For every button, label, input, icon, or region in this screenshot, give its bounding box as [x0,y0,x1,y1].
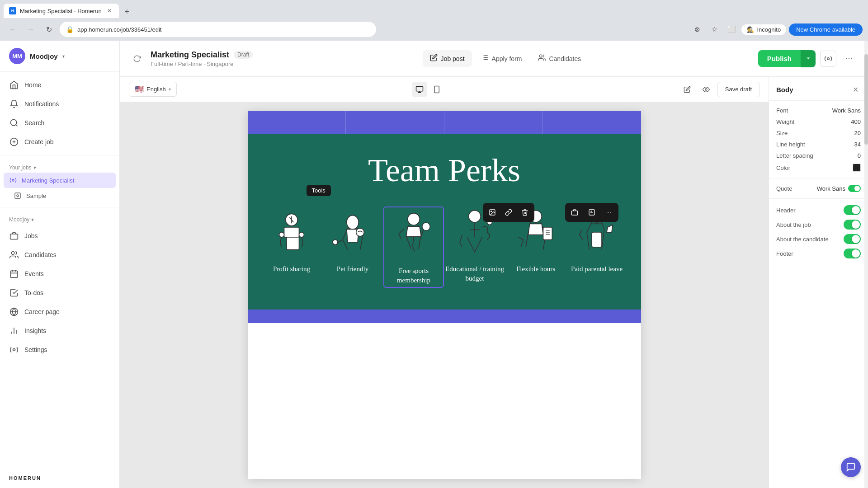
tab-close-button[interactable]: ✕ [105,7,113,15]
refresh-button[interactable] [131,52,143,65]
sidebar-item-insights[interactable]: Insights [0,321,119,340]
quote-toggle[interactable] [848,185,861,192]
edit-mode-button[interactable] [679,82,695,97]
sidebar-item-career-page[interactable]: Career page [0,302,119,321]
page-preview: Team Perks Tools [248,111,641,479]
about-job-toggle[interactable] [844,220,861,230]
sidebar-item-jobs[interactable]: Jobs [0,226,119,245]
job-title-area: Marketing Specialist Draft Full-time / P… [151,50,253,67]
svg-rect-61 [592,232,602,247]
language-label: English [146,86,166,93]
jobs-list: Marketing Specialist Sample [0,173,119,203]
new-chrome-button[interactable]: New Chrome available [789,23,863,36]
publish-dropdown-button[interactable] [801,50,816,67]
toggles-section: Header About the job About the candidate… [769,199,868,265]
sidebar-item-search[interactable]: Search [0,113,119,132]
search-icon [9,118,19,128]
settings-icon [9,345,19,355]
header-toggle[interactable] [844,205,861,215]
jobs-icon [9,231,19,241]
section-chart-icon-button[interactable] [584,205,599,220]
publish-button[interactable]: Publish [758,50,801,67]
section-more-button[interactable]: ··· [601,205,617,220]
language-selector[interactable]: 🇺🇸 English ▾ [129,82,177,97]
your-jobs-dropdown-icon: ▾ [33,164,36,171]
scrollbar-thumb[interactable] [864,54,868,145]
device-buttons [412,82,444,97]
incognito-button[interactable]: 🕵 Incognito [741,24,786,35]
about-candidate-toggle[interactable] [844,234,861,244]
sidebar-icon[interactable]: ⬜ [724,22,739,37]
screen-search-icon[interactable]: ⊗ [690,22,704,37]
job-item-sample[interactable]: Sample [0,188,119,203]
panel-close-button[interactable]: ✕ [850,84,861,95]
delete-action-button[interactable] [517,205,533,220]
company-name: Moodjoy [30,52,58,60]
editor-toolbar: 🇺🇸 English ▾ [120,77,769,102]
image-action-button[interactable] [485,205,500,220]
font-section: Font Work Sans Weight 400 Size 20 Line h… [769,101,868,178]
browser-tab-active[interactable]: H Marketing Specialist · Homerun ✕ [4,4,119,18]
sidebar-item-events[interactable]: Events [0,264,119,283]
sidebar-item-create-job[interactable]: Create job [0,132,119,151]
chat-bubble[interactable] [841,457,861,477]
jobs-label: Jobs [24,232,38,239]
preview-mode-button[interactable] [698,82,714,97]
sidebar-item-todos[interactable]: To-dos [0,283,119,302]
sidebar-header: MM Moodjoy ▾ [0,41,119,72]
perk-label-2: Pet friendly [337,264,368,274]
panel-title: Body [776,86,793,94]
perk-item-sports[interactable]: Free sports membership [384,207,443,287]
save-draft-button[interactable]: Save draft [717,82,760,97]
tab-apply-form[interactable]: Apply form [474,50,529,67]
tab-candidates[interactable]: Candidates [531,50,588,67]
nav-tabs: Job post Apply form Candidates [423,50,589,67]
editor-actions: Save draft [679,82,760,97]
canvas: Team Perks Tools [120,102,769,488]
svg-rect-56 [543,227,552,240]
sidebar-item-settings[interactable]: Settings [0,340,119,359]
forward-button[interactable]: → [24,22,38,37]
perk-label-5: Flexible hours [516,264,555,274]
line-height-row: Line height 34 [776,141,861,148]
svg-rect-42 [284,227,299,237]
sidebar-item-candidates[interactable]: Candidates [0,245,119,264]
tab-title: Marketing Specialist · Homerun [20,8,102,14]
color-swatch[interactable] [853,164,861,172]
perks-container: Tools [261,207,627,287]
notification-icon [9,99,19,109]
preview-footer-band [248,310,641,323]
publish-area: Publish [758,50,816,67]
link-action-button[interactable] [501,205,516,220]
more-options-button[interactable]: ··· [841,51,857,67]
moodjoy-section: Moodjoy ▾ [0,211,119,225]
moodjoy-nav: Jobs Candidates Events [0,225,119,361]
svg-point-51 [408,213,420,225]
events-icon [9,269,19,279]
page-settings-button[interactable] [820,51,836,67]
address-bar[interactable]: 🔒 app.homerun.co/job/336451/edit [60,22,376,37]
footer-toggle[interactable] [844,249,861,258]
sidebar-item-notifications[interactable]: Notifications [0,94,119,113]
team-perks-title: Team Perks [261,152,627,189]
section-jobs-icon-button[interactable] [567,205,582,220]
reload-button[interactable]: ↻ [42,22,56,37]
career-page-icon [9,307,19,317]
company-dropdown-icon[interactable]: ▾ [62,54,65,59]
size-value: 20 [854,130,861,136]
item-actions-toolbar [483,203,534,222]
tab-job-post[interactable]: Job post [423,50,472,67]
lock-icon: 🔒 [66,26,74,33]
tools-area: Tools [307,185,331,196]
your-jobs-label: Your jobs [9,164,32,171]
new-tab-button[interactable]: + [121,5,133,18]
mobile-view-button[interactable] [429,82,444,97]
candidates-label: Candidates [24,251,57,258]
job-item-marketing-specialist[interactable]: Marketing Specialist [4,173,116,188]
desktop-view-button[interactable] [412,82,427,97]
back-button[interactable]: ← [5,22,20,37]
sidebar-item-home[interactable]: Home [0,75,119,94]
bookmark-icon[interactable]: ☆ [707,22,722,37]
sidebar-divider-2 [0,207,119,207]
insights-label: Insights [24,327,46,334]
